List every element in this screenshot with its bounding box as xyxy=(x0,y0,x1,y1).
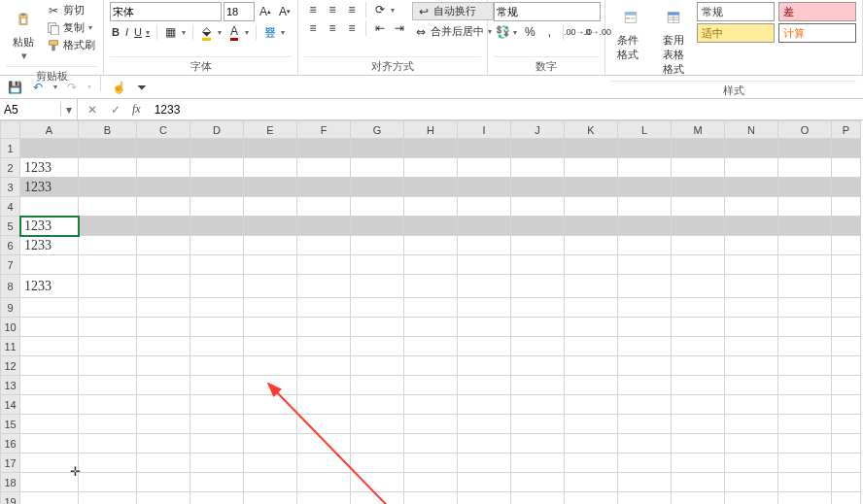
cell[interactable] xyxy=(618,337,672,356)
cell[interactable] xyxy=(565,255,618,275)
cell[interactable] xyxy=(351,298,404,318)
orientation-button[interactable]: ⟳▾ xyxy=(371,2,397,17)
decrease-indent-button[interactable]: ⇤ xyxy=(371,20,389,36)
cell[interactable] xyxy=(458,415,511,434)
row-header[interactable]: 17 xyxy=(1,454,20,473)
cell[interactable] xyxy=(190,298,244,318)
cell[interactable] xyxy=(190,158,244,178)
cell[interactable] xyxy=(511,318,565,337)
cell[interactable] xyxy=(404,473,458,492)
touch-mode-button[interactable]: ☝ xyxy=(110,79,127,96)
cell[interactable] xyxy=(832,395,861,415)
cell[interactable] xyxy=(511,236,565,255)
cell[interactable]: 1233 xyxy=(20,275,79,298)
cell[interactable] xyxy=(618,178,672,197)
cell[interactable] xyxy=(618,236,672,255)
cell[interactable] xyxy=(404,217,458,236)
column-header[interactable]: K xyxy=(565,121,618,139)
cell[interactable] xyxy=(404,255,458,275)
cell[interactable] xyxy=(190,454,244,473)
cell[interactable] xyxy=(351,454,404,473)
cell[interactable] xyxy=(778,255,832,275)
cell[interactable] xyxy=(618,492,672,505)
cell[interactable] xyxy=(20,255,79,275)
cell[interactable] xyxy=(244,337,297,356)
cell[interactable] xyxy=(725,275,778,298)
cell[interactable] xyxy=(190,236,244,255)
cell[interactable] xyxy=(725,337,778,356)
column-header[interactable]: D xyxy=(190,121,244,139)
cell[interactable] xyxy=(297,337,351,356)
cell[interactable] xyxy=(297,492,351,505)
cell[interactable] xyxy=(79,454,137,473)
cancel-formula-button[interactable]: ✕ xyxy=(86,103,99,117)
cell[interactable] xyxy=(458,356,511,376)
cell[interactable] xyxy=(404,492,458,505)
cell[interactable] xyxy=(351,217,404,236)
cell[interactable] xyxy=(20,197,79,217)
cell[interactable] xyxy=(778,197,832,217)
cell[interactable] xyxy=(137,492,190,505)
cell[interactable] xyxy=(244,395,297,415)
borders-button[interactable]: ▦▾ xyxy=(162,24,188,40)
cell[interactable] xyxy=(79,318,137,337)
cell[interactable] xyxy=(725,356,778,376)
align-top-button[interactable]: ≡ xyxy=(304,2,322,17)
row-header[interactable]: 7 xyxy=(1,255,20,275)
cell[interactable] xyxy=(244,197,297,217)
cell[interactable] xyxy=(725,492,778,505)
cell[interactable] xyxy=(832,255,861,275)
cell[interactable] xyxy=(511,395,565,415)
cell[interactable] xyxy=(190,415,244,434)
cell[interactable] xyxy=(511,139,565,158)
cell[interactable] xyxy=(832,356,861,376)
cell[interactable] xyxy=(20,492,79,505)
cell[interactable] xyxy=(618,255,672,275)
cell[interactable] xyxy=(79,415,137,434)
column-header[interactable]: I xyxy=(458,121,511,139)
cell[interactable] xyxy=(618,275,672,298)
cell[interactable] xyxy=(297,376,351,395)
bold-button[interactable]: B xyxy=(110,25,121,39)
cell[interactable] xyxy=(565,473,618,492)
cell[interactable] xyxy=(79,492,137,505)
redo-dropdown[interactable]: ▾ xyxy=(87,83,91,91)
row-header[interactable]: 4 xyxy=(1,197,20,217)
cell[interactable] xyxy=(832,454,861,473)
name-box-input[interactable] xyxy=(0,103,60,117)
cell[interactable] xyxy=(618,356,672,376)
cell[interactable] xyxy=(297,139,351,158)
cell[interactable] xyxy=(404,298,458,318)
cell[interactable] xyxy=(79,395,137,415)
cell[interactable] xyxy=(351,473,404,492)
column-header[interactable]: L xyxy=(618,121,672,139)
cell[interactable] xyxy=(725,318,778,337)
row-header[interactable]: 9 xyxy=(1,298,20,318)
cell[interactable] xyxy=(20,454,79,473)
cell[interactable] xyxy=(778,337,832,356)
cell[interactable] xyxy=(725,178,778,197)
cell[interactable] xyxy=(244,275,297,298)
cell[interactable] xyxy=(565,236,618,255)
cell[interactable] xyxy=(565,492,618,505)
cell[interactable] xyxy=(565,415,618,434)
cell[interactable] xyxy=(832,298,861,318)
cell[interactable] xyxy=(404,139,458,158)
cell[interactable] xyxy=(618,395,672,415)
cell[interactable] xyxy=(778,236,832,255)
name-box-dropdown[interactable]: ▾ xyxy=(60,103,76,117)
cell[interactable] xyxy=(297,318,351,337)
cell[interactable] xyxy=(511,473,565,492)
cell[interactable] xyxy=(137,275,190,298)
cell[interactable] xyxy=(20,395,79,415)
cell[interactable] xyxy=(832,473,861,492)
row-header[interactable]: 2 xyxy=(1,158,20,178)
cell[interactable] xyxy=(297,236,351,255)
cell[interactable] xyxy=(79,376,137,395)
cell[interactable] xyxy=(618,217,672,236)
cell[interactable] xyxy=(565,197,618,217)
cell[interactable] xyxy=(565,376,618,395)
cell[interactable] xyxy=(618,454,672,473)
cell[interactable] xyxy=(351,356,404,376)
align-center-button[interactable]: ≡ xyxy=(324,20,341,36)
